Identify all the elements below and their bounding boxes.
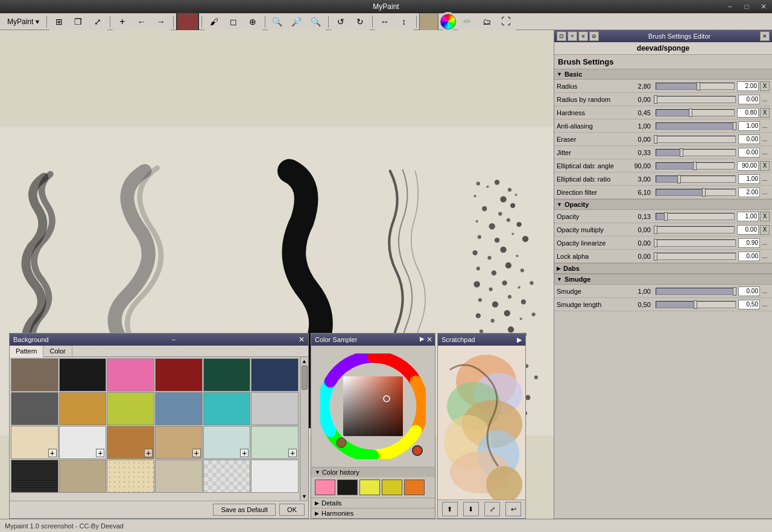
setting-elliptical-ratio-slider[interactable] xyxy=(656,176,736,183)
setting-elliptical-ratio-input[interactable] xyxy=(738,174,760,184)
setting-eraser-slider[interactable] xyxy=(656,136,736,143)
setting-jitter-dots[interactable]: ... xyxy=(760,148,770,157)
maximize-button[interactable]: □ xyxy=(738,0,755,13)
history-swatch-3[interactable] xyxy=(359,480,380,495)
setting-radius-input[interactable] xyxy=(737,81,759,91)
setting-eraser-dots[interactable]: ... xyxy=(760,135,770,144)
history-swatch-4[interactable] xyxy=(382,480,402,495)
save-default-button[interactable]: Save as Default xyxy=(213,504,276,516)
setting-hardness-slider[interactable] xyxy=(656,109,735,116)
menu-mypaint[interactable]: MyPaint ▾ xyxy=(2,16,44,27)
toolbar-copy-view[interactable]: ❐ xyxy=(69,12,88,31)
ok-button[interactable]: OK xyxy=(279,504,305,516)
section-opacity-header[interactable]: ▼ Opacity xyxy=(554,199,772,210)
swatch-warm-gray[interactable] xyxy=(155,460,203,493)
setting-opacity-multiply-slider[interactable] xyxy=(656,226,735,233)
scratchpad-resize[interactable]: ⤢ xyxy=(484,502,500,516)
swatch-add-white[interactable]: + xyxy=(96,449,104,457)
setting-jitter-slider[interactable] xyxy=(656,149,736,156)
swatch-dotted[interactable] xyxy=(107,460,154,493)
swatch-tan[interactable] xyxy=(59,392,107,425)
setting-opacity-multiply-input[interactable] xyxy=(737,225,759,235)
swatch-light-gray[interactable] xyxy=(251,392,299,425)
setting-eraser-input[interactable] xyxy=(738,135,760,144)
setting-radius-random-input[interactable] xyxy=(738,95,760,104)
setting-anti-aliasing-slider[interactable] xyxy=(656,122,736,130)
scratchpad-canvas[interactable] xyxy=(438,346,525,499)
toolbar-fullscreen[interactable]: ⤢ xyxy=(88,12,107,31)
scrollbar-thumb[interactable] xyxy=(302,366,308,390)
color-sampler-close[interactable]: ✕ xyxy=(426,335,432,344)
swatch-pale-blue[interactable]: + xyxy=(203,426,251,459)
setting-radius-random-dots[interactable]: ... xyxy=(760,95,770,104)
setting-opacity-input[interactable] xyxy=(737,212,759,221)
brush-panel-list-btn[interactable]: ≡ xyxy=(578,31,588,41)
setting-elliptical-ratio-dots[interactable]: ... xyxy=(760,174,770,184)
setting-smudge-length-dots[interactable]: ... xyxy=(760,300,770,309)
color-sampler-expand[interactable]: ▶ xyxy=(420,335,425,344)
toolbar-zoom-fit[interactable]: 🔎 xyxy=(287,12,306,31)
setting-hardness-x[interactable]: X xyxy=(760,108,770,118)
toolbar-add-layer[interactable]: + xyxy=(113,12,132,31)
setting-radius-x[interactable]: X xyxy=(760,81,770,91)
swatch-add-pale-blue[interactable]: + xyxy=(240,449,248,457)
toolbar-color-wheel[interactable] xyxy=(438,12,458,31)
setting-smudge-slider[interactable] xyxy=(656,288,736,295)
setting-lock-alpha-input[interactable] xyxy=(738,252,760,261)
swatch-white[interactable]: + xyxy=(59,426,107,459)
color-history-toggle[interactable]: ▼ Color history xyxy=(311,467,435,477)
swatch-darkblue[interactable] xyxy=(251,358,299,391)
swatch-checker[interactable] xyxy=(203,460,251,493)
scratchpad-clear[interactable]: ↩ xyxy=(505,502,521,516)
swatch-pink[interactable] xyxy=(107,358,154,391)
setting-lock-alpha-dots[interactable]: ... xyxy=(760,252,770,261)
toolbar-color-history[interactable] xyxy=(419,12,438,31)
toolbar-zoom-out[interactable]: 🔍 xyxy=(268,12,287,31)
close-button[interactable]: ✕ xyxy=(755,0,772,13)
harmonies-toggle[interactable]: ▶ Harmonies xyxy=(311,508,435,518)
setting-elliptical-angle-input[interactable] xyxy=(737,161,759,171)
scratchpad-copy-from-canvas[interactable]: ⬇ xyxy=(463,502,479,516)
swatch-add-orange-brown[interactable]: + xyxy=(144,449,153,457)
setting-opacity-linearize-dots[interactable]: ... xyxy=(760,238,770,248)
swatch-orange-brown[interactable]: + xyxy=(107,426,154,459)
toolbar-redo[interactable]: → xyxy=(151,12,171,31)
section-smudge-header[interactable]: ▼ Smudge xyxy=(554,274,772,285)
toolbar-new-window[interactable]: ⊞ xyxy=(49,12,69,31)
toolbar-symmetry[interactable]: ⊕ xyxy=(243,12,262,31)
swatch-empty[interactable] xyxy=(251,460,299,493)
toolbar-color-picker[interactable]: ✏ xyxy=(458,12,477,31)
history-swatch-5[interactable] xyxy=(404,480,425,495)
setting-anti-aliasing-input[interactable] xyxy=(738,121,760,131)
setting-direction-filter-input[interactable] xyxy=(738,188,760,197)
swatch-pale-green[interactable]: + xyxy=(251,426,299,459)
background-panel-close[interactable]: ✕ xyxy=(299,335,305,344)
minimize-button[interactable]: − xyxy=(721,0,738,13)
setting-elliptical-angle-x[interactable]: X xyxy=(760,161,770,171)
setting-opacity-x[interactable]: X xyxy=(760,212,770,221)
tab-color[interactable]: Color xyxy=(43,346,72,356)
brush-panel-view-btn[interactable]: ⊡ xyxy=(557,31,566,41)
brush-panel-close-btn[interactable]: ✕ xyxy=(760,31,770,41)
setting-smudge-input[interactable] xyxy=(738,287,760,296)
setting-jitter-input[interactable] xyxy=(738,148,760,157)
swatch-sand[interactable]: + xyxy=(155,426,203,459)
toolbar-zoom-in[interactable]: 🔍 xyxy=(306,12,326,31)
swatch-add-pale-green[interactable]: + xyxy=(288,449,297,457)
scratchpad-copy-to-canvas[interactable]: ⬆ xyxy=(442,502,458,516)
toolbar-flip-v[interactable]: ↕ xyxy=(394,12,414,31)
toolbar-rotate-right[interactable]: ↻ xyxy=(350,12,370,31)
toolbar-brush-picker[interactable]: 🖌 xyxy=(204,12,224,31)
scratchpad-expand[interactable]: ▶ xyxy=(517,336,522,344)
bg-scrollbar[interactable]: ▲ ▼ xyxy=(300,357,308,501)
brush-panel-add-btn[interactable]: + xyxy=(568,31,577,41)
setting-smudge-dots[interactable]: ... xyxy=(760,287,770,296)
toolbar-layers[interactable]: 🗂 xyxy=(477,12,496,31)
scrollbar-up[interactable]: ▲ xyxy=(302,358,307,364)
setting-radius-random-slider[interactable] xyxy=(656,96,736,103)
swatch-teal[interactable] xyxy=(203,392,251,425)
swatch-beige[interactable] xyxy=(59,460,107,493)
setting-opacity-multiply-x[interactable]: X xyxy=(760,225,770,235)
swatch-gray[interactable] xyxy=(11,392,59,425)
toolbar-undo[interactable]: ← xyxy=(132,12,151,31)
